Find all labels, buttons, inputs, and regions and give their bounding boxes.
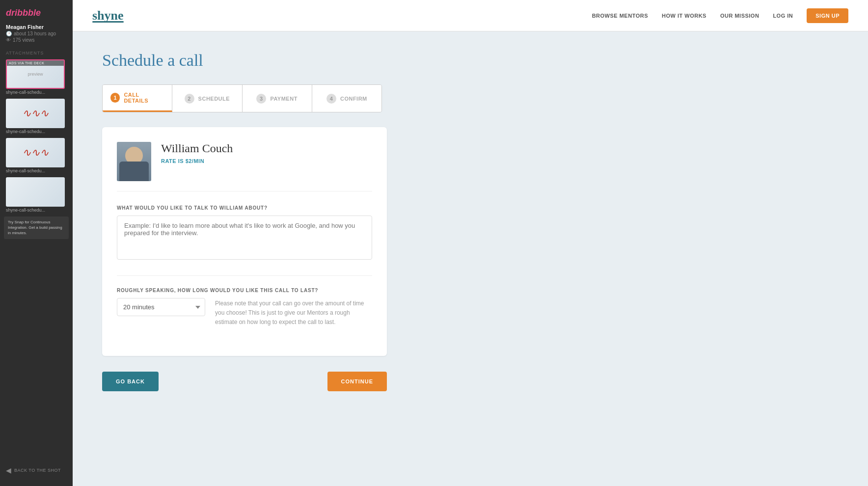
main-content: shyne BROWSE MENTORS HOW IT WORKS OUR MI… [73, 0, 868, 486]
attachment-thumb-4 [6, 177, 65, 207]
step-3-number: 3 [256, 94, 266, 104]
step-3-label: PAYMENT [270, 96, 297, 102]
attachment-thumb-2: ∿∿∿ [6, 99, 65, 128]
eye-icon: 👁 [6, 37, 11, 43]
duration-row: 10 minutes 20 minutes 30 minutes 45 minu… [117, 298, 372, 327]
sidebar-username: Meagan Fisher [6, 24, 67, 30]
mentor-rate: RATE IS $2/MIN [161, 158, 233, 164]
ad-text: Try Snap for Continuous Integration. Get… [8, 219, 65, 236]
mentor-avatar [117, 142, 151, 181]
sidebar-time: 🕐 about 13 hours ago [6, 31, 67, 36]
step-4-label: CONFIRM [340, 96, 367, 102]
page-body: Schedule a call 1 CALL DETAILS 2 SCHEDUL… [73, 31, 868, 486]
attachment-item-4[interactable]: shyne-call-schedu... [0, 175, 73, 215]
top-navigation: shyne BROWSE MENTORS HOW IT WORKS OUR MI… [73, 0, 868, 31]
page-title: Schedule a call [102, 51, 839, 70]
nav-log-in[interactable]: LOG IN [773, 13, 793, 19]
tab-call-details[interactable]: 1 CALL DETAILS [103, 85, 172, 112]
step-2-label: SCHEDULE [198, 96, 230, 102]
duration-note: Please note that your call can go over t… [215, 298, 372, 327]
brand-name: shyne [92, 8, 124, 23]
dribbble-logo: dribbble [0, 8, 73, 24]
clock-icon: 🕐 [6, 31, 12, 36]
step-4-number: 4 [326, 94, 336, 104]
attachment-label-1: shyne-call-schedu... [6, 90, 67, 95]
topic-label: WHAT WOULD YOU LIKE TO TALK TO WILLIAM A… [117, 205, 372, 211]
topic-textarea[interactable] [117, 216, 372, 260]
step-2-number: 2 [185, 94, 194, 104]
attachment-item-1[interactable]: preview ADS VIA THE DECK shyne-call-sche… [0, 57, 73, 97]
sidebar: dribbble Meagan Fisher 🕐 about 13 hours … [0, 0, 73, 486]
tab-schedule[interactable]: 2 SCHEDULE [172, 85, 242, 112]
sidebar-user: Meagan Fisher 🕐 about 13 hours ago 👁 175… [0, 24, 73, 47]
attachment-thumb-3: ∿∿∿ [6, 138, 65, 167]
step-1-label: CALL DETAILS [124, 92, 164, 104]
form-divider [117, 275, 372, 276]
scribble-icon-2: ∿∿∿ [22, 146, 49, 159]
nav-how-it-works[interactable]: HOW IT WORKS [662, 13, 706, 19]
continue-button[interactable]: CONTINUE [327, 372, 387, 391]
go-back-button[interactable]: GO BACK [102, 372, 159, 391]
avatar-image [117, 142, 151, 181]
back-shot-label: BACK TO THE SHOT [14, 468, 61, 473]
attachment-item-3[interactable]: ∿∿∿ shyne-call-schedu... [0, 136, 73, 175]
mentor-name: William Couch [161, 142, 233, 155]
step-1-number: 1 [110, 93, 120, 103]
back-to-shot-button[interactable]: ◀ BACK TO THE SHOT [0, 462, 73, 478]
attachment-thumb-1: preview ADS VIA THE DECK [6, 59, 65, 89]
tab-payment[interactable]: 3 PAYMENT [243, 85, 312, 112]
nav-links: BROWSE MENTORS HOW IT WORKS OUR MISSION … [592, 8, 848, 23]
attachment-label-3: shyne-call-schedu... [6, 168, 67, 173]
mentor-header: William Couch RATE IS $2/MIN [117, 142, 372, 191]
topic-section: WHAT WOULD YOU LIKE TO TALK TO WILLIAM A… [117, 205, 372, 262]
nav-our-mission[interactable]: OUR MISSION [720, 13, 759, 19]
attachment-label-4: shyne-call-schedu... [6, 208, 67, 213]
tab-confirm[interactable]: 4 CONFIRM [312, 85, 381, 112]
attachments-label: ATTACHMENTS [0, 47, 73, 57]
steps-tabs: 1 CALL DETAILS 2 SCHEDULE 3 PAYMENT 4 CO… [102, 84, 382, 112]
avatar-body [119, 162, 149, 181]
duration-select-wrap: 10 minutes 20 minutes 30 minutes 45 minu… [117, 298, 205, 316]
signup-button[interactable]: SIGN UP [807, 8, 848, 23]
main-card: William Couch RATE IS $2/MIN WHAT WOULD … [102, 127, 387, 356]
nav-browse-mentors[interactable]: BROWSE MENTORS [592, 13, 648, 19]
duration-label: ROUGHLY SPEAKING, HOW LONG WOULD YOU LIK… [117, 288, 372, 293]
duration-select[interactable]: 10 minutes 20 minutes 30 minutes 45 minu… [117, 298, 205, 316]
brand-logo: shyne [92, 8, 124, 23]
scribble-icon: ∿∿∿ [22, 107, 49, 120]
thumb-overlay-1: ADS VIA THE DECK [7, 60, 64, 66]
duration-section: ROUGHLY SPEAKING, HOW LONG WOULD YOU LIK… [117, 288, 372, 327]
ad-box: Try Snap for Continuous Integration. Get… [4, 216, 69, 239]
sidebar-views: 👁 175 views [6, 37, 67, 43]
page-footer: GO BACK CONTINUE [102, 372, 387, 391]
mentor-info: William Couch RATE IS $2/MIN [161, 142, 233, 164]
attachment-item-2[interactable]: ∿∿∿ shyne-call-schedu... [0, 97, 73, 136]
attachment-label-2: shyne-call-schedu... [6, 129, 67, 134]
back-arrow-icon: ◀ [6, 466, 11, 474]
